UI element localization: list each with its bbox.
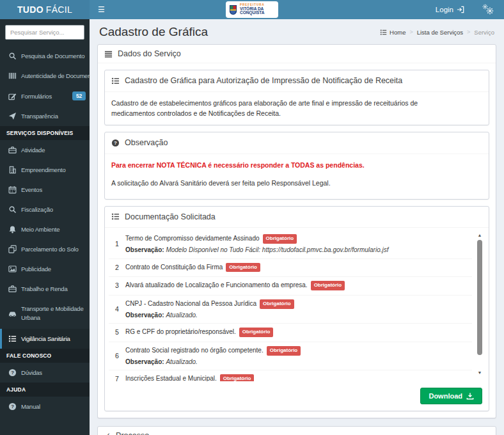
top-navbar: TUDO FÁCIL ☰ PREFEITURA VITÓRIA DA CONQU… <box>0 0 504 19</box>
content-header: Cadastro de Gráfica Home > Lista de Serv… <box>97 19 496 44</box>
image-icon <box>8 265 17 273</box>
sidebar-item-eventos[interactable]: Eventos <box>0 180 90 200</box>
observacao-header: Observação <box>105 132 489 154</box>
search-input[interactable] <box>5 25 84 40</box>
login-button[interactable]: Login <box>436 6 464 13</box>
sidebar-item-transparencia[interactable]: Transparência <box>0 106 90 126</box>
scrollbar-thumb[interactable] <box>477 240 482 355</box>
edit-icon <box>8 92 17 100</box>
sidebar-toggle-button[interactable]: ☰ <box>90 0 113 19</box>
documentacao-scroll-area: 1 Termo de Compromisso devidamente Assin… <box>105 228 489 381</box>
scroll-down-arrow[interactable]: ▼ <box>478 370 482 375</box>
service-description: Cadastro de de estabelecimentos gráficos… <box>105 92 463 125</box>
scrollbar-track[interactable] <box>477 239 482 369</box>
check-icon: ✓ <box>104 431 111 435</box>
navbar-right: Login <box>436 0 504 19</box>
sidebar-item-trabalho-e-renda[interactable]: Trabalho e Renda <box>0 279 90 299</box>
sidebar-item-atividade[interactable]: Atividade <box>0 140 90 160</box>
bars-icon <box>104 50 113 58</box>
app-window: TUDO FÁCIL ☰ PREFEITURA VITÓRIA DA CONQU… <box>0 0 504 435</box>
sidebar-item-label: Parcelamento do Solo <box>21 246 78 253</box>
list-icon <box>111 212 120 221</box>
obrigatorio-badge: Obrigatório <box>260 299 294 309</box>
main-content: Cadastro de Gráfica Home > Lista de Serv… <box>90 19 504 435</box>
sidebar-item-manual[interactable]: Manual <box>0 397 90 416</box>
doc-item-4: 4 CNPJ - Cadastro Nacional da Pessoa Jur… <box>109 296 472 324</box>
building-icon <box>8 166 17 174</box>
obrigatorio-badge: Obrigatório <box>263 234 297 244</box>
breadcrumb-current: Serviço <box>474 29 494 36</box>
doc-item-3: 3 Alvará atualizado de Localização e Fun… <box>109 277 472 296</box>
list-icon <box>111 77 120 85</box>
download-button[interactable]: Download <box>420 388 482 404</box>
sidebar-item-empreendimento[interactable]: Empreendimento <box>0 160 90 180</box>
car-icon <box>8 310 17 318</box>
dados-do-servico-card: Dados do Serviço Cadastro de Gráfica par… <box>97 44 496 418</box>
sidebar-item-label: Trabalho e Renda <box>21 285 68 292</box>
sidebar-item-publicidade[interactable]: Publicidade <box>0 259 90 279</box>
sidebar-item-label: Pesquisa de Documento <box>21 52 84 59</box>
sidebar-item-formularios[interactable]: Formulários 52 <box>0 86 90 106</box>
sidebar-section-ajuda: AJUDA <box>0 383 90 397</box>
brand-bold: TUDO <box>17 4 43 15</box>
breadcrumb-separator: > <box>409 29 413 35</box>
city-logo-text: PREFEITURA VITÓRIA DA CONQUISTA <box>240 4 265 15</box>
breadcrumb: Home > Lista de Serviços > Serviço <box>380 29 494 36</box>
doc-item-6: 6 Contrato Social registrado no órgão co… <box>109 342 472 370</box>
list-icon <box>380 29 387 36</box>
nota-tecnica-warning: Para encerrar NOTA TÉCNICA é necessário … <box>111 161 482 171</box>
sidebar-item-label: Meio Ambiente <box>21 226 59 233</box>
bell-icon <box>8 225 17 233</box>
list-ol-icon <box>8 335 17 343</box>
sidebar-section-servicos: SERVIÇOS DISPONÍVEIS <box>0 126 90 140</box>
obrigatorio-badge: Obrigatório <box>267 346 301 356</box>
sidebar-search <box>0 19 90 46</box>
obrigatorio-badge: Obrigatório <box>220 374 255 381</box>
sidebar-item-pesquisa-de-documento[interactable]: Pesquisa de Documento <box>0 46 90 66</box>
breadcrumb-lista-de-servicos[interactable]: Lista de Serviços <box>417 29 463 36</box>
sidebar-item-parcelamento-do-solo[interactable]: Parcelamento do Solo <box>0 239 90 259</box>
sidebar-item-autenticidade-de-documento[interactable]: Autenticidade de Documento <box>0 66 90 86</box>
sidebar-item-label: Fiscalização <box>21 206 53 213</box>
scroll-up-arrow[interactable]: ▲ <box>478 233 482 237</box>
settings-button[interactable] <box>482 5 494 15</box>
logo-line3: CONQUISTA <box>240 11 265 15</box>
barcode-icon <box>8 72 17 80</box>
menu-icon: ☰ <box>98 5 105 14</box>
sidebar: Pesquisa de Documento Autenticidade de D… <box>0 19 90 435</box>
count-badge: 52 <box>72 91 86 100</box>
brand-logo[interactable]: TUDO FÁCIL <box>0 0 90 19</box>
obrigatorio-badge: Obrigatório <box>311 281 345 290</box>
breadcrumb-home[interactable]: Home <box>380 29 406 36</box>
gear-icon <box>486 7 494 15</box>
city-hall-logo[interactable]: PREFEITURA VITÓRIA DA CONQUISTA <box>226 1 278 18</box>
sidebar-item-label: Manual <box>21 403 40 410</box>
doc-item-1: 1 Termo de Compromisso devidamente Assin… <box>109 230 472 258</box>
dados-card-header: Dados do Serviço <box>98 45 496 63</box>
observacao-title: Observação <box>125 137 168 149</box>
processo-header: ✓ Processo <box>98 427 496 435</box>
sidebar-item-label: Eventos <box>21 186 42 193</box>
city-crest-icon <box>229 4 237 15</box>
documentacao-title: Documentação Solicitada <box>125 211 216 223</box>
sidebar-item-transporte-e-mobilidade-urbana[interactable]: Transporte e Mobilidade Urbana <box>0 299 90 329</box>
sidebar-item-label: Transporte e Mobilidade Urbana <box>21 304 86 323</box>
calendar-icon <box>8 186 17 194</box>
sidebar-item-meio-ambiente[interactable]: Meio Ambiente <box>0 219 90 239</box>
observacao-card: Observação Para encerrar NOTA TÉCNICA é … <box>104 132 489 199</box>
sidebar-section-fale-conosco: FALE CONOSCO <box>0 349 90 363</box>
sidebar-item-label: Atividade <box>21 146 45 154</box>
list-scrollbar: ▲ ▼ <box>476 233 483 375</box>
sidebar-item-label: Transparência <box>21 113 58 120</box>
question-circle-icon <box>8 402 17 411</box>
documentacao-header: Documentação Solicitada <box>105 207 489 228</box>
sidebar-item-fiscalizacao[interactable]: Fiscalização <box>0 200 90 219</box>
briefcase-icon <box>8 285 17 293</box>
sidebar-item-duvidas[interactable]: Dúvidas <box>0 363 90 383</box>
obrigatorio-badge: Obrigatório <box>226 263 260 273</box>
dados-card-title: Dados do Serviço <box>118 49 181 58</box>
doc-item-5: 5 RG e CPF do proprietário/responsável.O… <box>109 324 472 342</box>
sidebar-item-vigilancia-sanitaria[interactable]: Vigilância Sanitária <box>0 329 90 349</box>
service-info-title: Cadastro de Gráfica para Autorização de … <box>125 75 402 87</box>
doc-item-7: 7 Inscrições Estadual e Municipal.Obriga… <box>109 370 472 381</box>
